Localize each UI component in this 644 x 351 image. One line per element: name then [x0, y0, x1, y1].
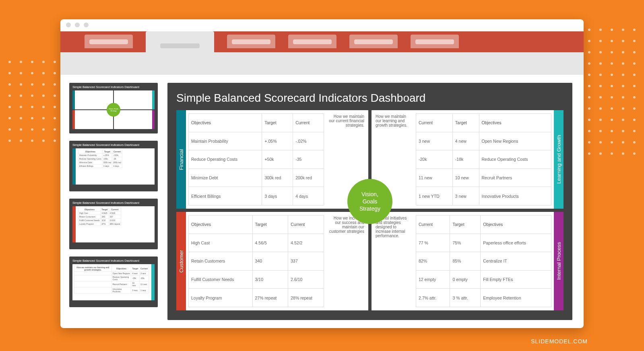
slide-title: Simple Balanced Scorecard Indicators Das…	[176, 92, 564, 105]
thumbnail-title: Simple Balanced Scorecard Indicators Das…	[72, 143, 155, 147]
ribbon-body	[60, 52, 584, 75]
browser-window: Simple Balanced Scorecard Indicators Das…	[60, 19, 584, 328]
ribbon-tab[interactable]	[288, 35, 336, 48]
thumbnail-title: Simple Balanced Scorecard Indicators Das…	[72, 201, 155, 205]
thumbnail-title: Simple Balanced Scorecard Indicators Das…	[72, 85, 155, 89]
quadrant-financial: Financial Objectives Target Current Main…	[176, 110, 368, 209]
slide-thumbnail[interactable]: Simple Balanced Scorecard Indicators Das…	[69, 257, 158, 307]
quadrant-label-learning: Learning and Growth	[554, 110, 564, 209]
quadrant-label-customer: Customer	[176, 212, 186, 310]
quadrant-internal: Internal initiatives and strategies desi…	[372, 212, 564, 310]
quadrant-desc-internal: Internal initiatives and strategies desi…	[374, 215, 414, 307]
slide-thumbnail[interactable]: Simple Balanced Scorecard Indicators Das…	[69, 83, 158, 133]
center-circle: Vision, Goals Strategy	[347, 179, 392, 224]
ribbon-tabs	[60, 31, 584, 52]
ribbon-tab[interactable]	[411, 35, 459, 48]
ribbon-tab[interactable]	[85, 35, 133, 48]
quadrant-customer: Customer Objectives Target Current High …	[176, 212, 368, 310]
learning-table: Current Target Objectives 3 new4 newOpen…	[416, 113, 551, 205]
quadrant-label-financial: Financial	[176, 110, 186, 209]
slide-thumbnails: Simple Balanced Scorecard Indicators Das…	[69, 83, 158, 320]
window-dot	[84, 23, 89, 27]
financial-table: Objectives Target Current Maintain Proba…	[188, 113, 324, 205]
main-slide[interactable]: Simple Balanced Scorecard Indicators Das…	[167, 83, 572, 320]
ribbon-tab-active[interactable]	[146, 31, 214, 52]
window-dot	[66, 23, 71, 27]
window-controls	[60, 19, 584, 31]
ribbon-tab[interactable]	[227, 35, 275, 48]
quadrant-label-internal: Internal Process	[554, 212, 564, 310]
slide-thumbnail[interactable]: Simple Balanced Scorecard Indicators Das…	[69, 199, 158, 249]
slide-thumbnail[interactable]: Simple Balanced Scorecard Indicators Das…	[69, 141, 158, 191]
quadrant-desc-customer: How we increase our success and maintain…	[326, 215, 366, 307]
workspace: Simple Balanced Scorecard Indicators Das…	[60, 75, 584, 328]
thumbnail-title: Simple Balanced Scorecard Indicators Das…	[72, 259, 155, 263]
watermark: SLIDEMODEL.COM	[531, 338, 588, 345]
ribbon-tab[interactable]	[349, 35, 398, 48]
window-dot	[75, 23, 80, 27]
customer-table: Objectives Target Current High Cast4.56/…	[188, 215, 324, 307]
internal-table: Current Target Objectives 77 %75%Paperle…	[416, 215, 551, 307]
quadrant-learning: How we maintain our learning and growth …	[372, 110, 564, 209]
scorecard-grid: Financial Objectives Target Current Main…	[176, 110, 564, 310]
